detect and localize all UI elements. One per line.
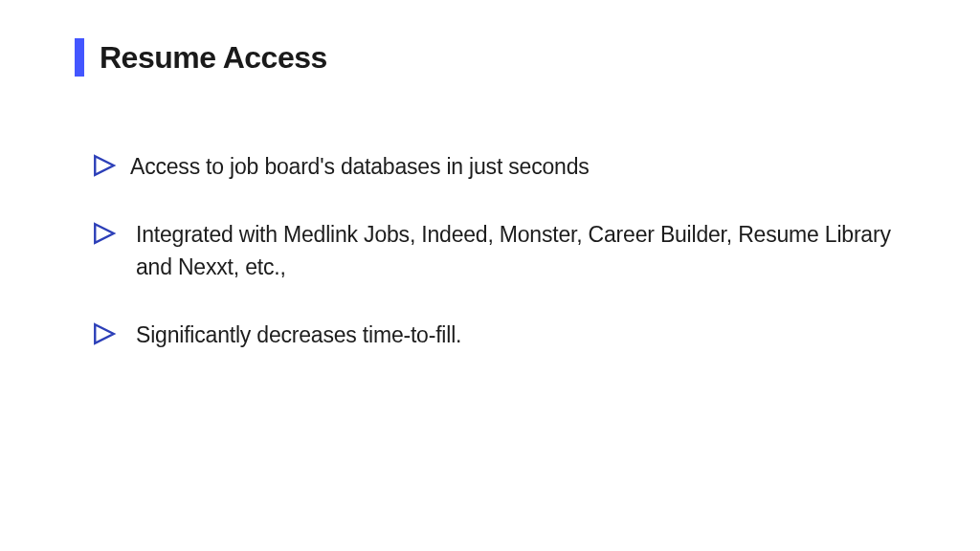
accent-bar <box>75 38 84 77</box>
svg-marker-1 <box>95 225 114 244</box>
triangle-right-icon <box>92 321 117 346</box>
slide-title: Resume Access <box>100 40 327 76</box>
svg-marker-2 <box>95 324 114 343</box>
triangle-right-icon <box>92 153 117 178</box>
list-item-text: Significantly decreases time-to-fill. <box>136 320 461 351</box>
list-item-text: Access to job board's databases in just … <box>130 151 590 183</box>
slide-header: Resume Access <box>75 38 327 77</box>
list-item: Access to job board's databases in just … <box>92 151 913 183</box>
list-item: Integrated with Medlink Jobs, Indeed, Mo… <box>92 219 913 283</box>
svg-marker-0 <box>95 156 114 175</box>
bullet-list: Access to job board's databases in just … <box>92 151 913 387</box>
list-item: Significantly decreases time-to-fill. <box>92 320 913 351</box>
triangle-right-icon <box>92 221 117 246</box>
list-item-text: Integrated with Medlink Jobs, Indeed, Mo… <box>136 219 913 283</box>
